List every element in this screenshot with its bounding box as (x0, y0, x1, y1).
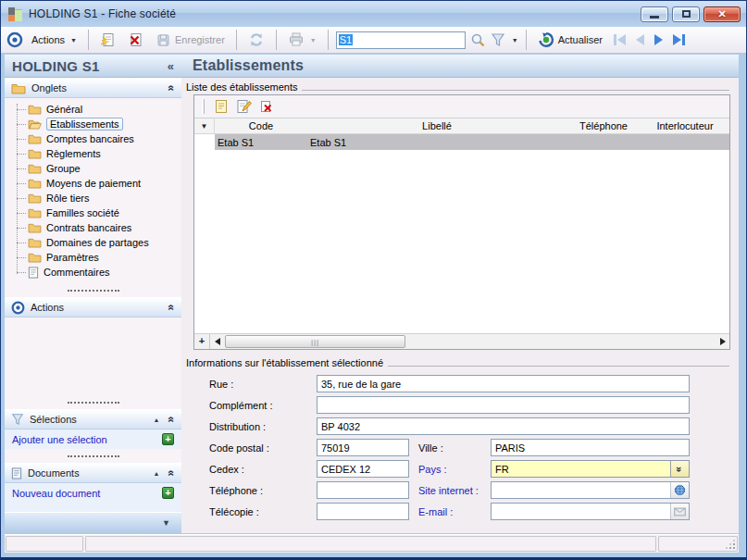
cedex-field[interactable] (317, 460, 409, 478)
table-toolbar (194, 95, 729, 118)
new-record-button[interactable] (96, 31, 119, 50)
filter-arrow-icon: ▼ (201, 122, 208, 131)
minimize-button[interactable] (641, 6, 668, 22)
next-record-button[interactable] (652, 32, 666, 47)
complement-label: Complément : (209, 400, 317, 411)
column-header-interlocuteur[interactable]: Interlocuteur (641, 118, 729, 133)
sidebar-item-reglements[interactable]: Règlements (17, 146, 181, 161)
sidebar-item-general[interactable]: Général (17, 102, 181, 117)
envelope-icon (674, 507, 686, 516)
maximize-icon (682, 10, 691, 18)
sidebar-item-etablissements[interactable]: Etablissements (17, 117, 181, 131)
sidebar-item-groupe[interactable]: Groupe (17, 161, 181, 176)
ville-field[interactable] (491, 439, 690, 456)
telecopie-field[interactable] (317, 503, 409, 520)
site-internet-label[interactable]: Site internet : (418, 485, 491, 496)
distribution-field[interactable] (317, 417, 690, 435)
splitter-handle[interactable] (68, 402, 119, 404)
search-input[interactable]: S1 (336, 31, 466, 49)
filter-icon[interactable] (491, 32, 505, 47)
splitter-handle[interactable] (68, 290, 119, 292)
search-icon[interactable] (470, 32, 486, 48)
row-selector-header[interactable]: ▼ (194, 118, 215, 133)
tab-label: Domaines de partages (46, 237, 149, 248)
add-selection-plus-button[interactable]: + (162, 433, 174, 445)
pays-label[interactable]: Pays : (418, 464, 491, 475)
delete-row-button[interactable] (259, 100, 273, 114)
section-label-selections: Sélections (30, 414, 147, 425)
ville-label: Ville : (418, 442, 491, 454)
horizontal-scrollbar: + ||| (194, 333, 729, 349)
print-button[interactable]: ▼ (284, 31, 320, 49)
refresh-button[interactable] (244, 30, 268, 50)
email-field[interactable] (492, 504, 670, 518)
sidebar-item-role-tiers[interactable]: Rôle tiers (17, 191, 181, 205)
tab-label: Commentaires (44, 267, 110, 278)
pays-dropdown-button[interactable]: » (670, 461, 689, 477)
new-row-button[interactable] (214, 99, 229, 114)
email-label[interactable]: E-mail : (418, 506, 491, 517)
last-record-icon (673, 34, 681, 45)
collapse-section-icon[interactable]: « (166, 470, 179, 477)
last-record-button[interactable] (670, 32, 688, 47)
section-header-selections[interactable]: Sélections ▲ « (5, 409, 181, 429)
pays-combo[interactable]: FR » (491, 460, 690, 478)
new-document-plus-button[interactable]: + (162, 487, 174, 499)
column-header-telephone[interactable]: Téléphone (566, 118, 641, 133)
edit-row-button[interactable] (236, 99, 252, 114)
sidebar-item-familles-societe[interactable]: Familles société (17, 205, 181, 220)
table-row[interactable]: Etab S1 Etab S1 (194, 134, 729, 150)
sidebar-bottom-bar[interactable]: ▼ (5, 512, 181, 533)
folder-icon (28, 148, 42, 159)
pin-icon[interactable]: ▲ (153, 417, 159, 423)
sidebar-item-contrats-bancaires[interactable]: Contrats bancaires (17, 220, 181, 235)
collapse-section-icon[interactable]: « (166, 85, 179, 92)
globe-icon (674, 484, 686, 496)
send-email-button[interactable] (670, 504, 689, 519)
scroll-left-button[interactable] (210, 334, 224, 349)
resize-grip[interactable] (733, 547, 735, 549)
folder-icon (28, 252, 42, 263)
complement-field[interactable] (317, 396, 690, 414)
collapse-section-icon[interactable]: « (166, 305, 179, 311)
close-button[interactable]: ✕ (703, 6, 741, 22)
splitter-handle[interactable] (68, 455, 119, 457)
folder-icon (28, 163, 42, 174)
list-group-label: Liste des établissements (186, 80, 731, 94)
section-header-documents[interactable]: Documents ▲ « (5, 463, 181, 483)
maximize-button[interactable] (672, 6, 700, 22)
new-document-link[interactable]: Nouveau document (12, 488, 100, 499)
telephone-field[interactable] (317, 481, 409, 499)
refresh-list-button[interactable]: Actualiser (534, 30, 606, 50)
section-header-onglets[interactable]: Onglets « (5, 78, 181, 98)
scroll-right-button[interactable] (716, 334, 729, 349)
folder-icon (28, 104, 42, 115)
column-header-code[interactable]: Code (215, 118, 307, 133)
sidebar-item-parametres[interactable]: Paramètres (17, 250, 181, 265)
column-header-libelle[interactable]: Libellé (307, 118, 566, 133)
sidebar-collapse-button[interactable]: « (168, 59, 174, 73)
scrollbar-thumb[interactable]: ||| (225, 335, 405, 348)
save-button[interactable]: Enregistrer (152, 31, 229, 50)
rue-field[interactable] (317, 375, 690, 392)
collapse-section-icon[interactable]: « (166, 417, 179, 423)
add-selection-link[interactable]: Ajouter une sélection (12, 434, 107, 445)
section-header-actions[interactable]: Actions « (5, 297, 181, 317)
actions-menu-button[interactable]: Actions ▼ (28, 32, 81, 47)
code-postal-field[interactable] (317, 439, 409, 456)
status-panel-right (658, 536, 738, 552)
folder-icon (28, 237, 42, 248)
sidebar-item-moyens-de-paiement[interactable]: Moyens de paiement (17, 176, 181, 191)
row-selector-cell[interactable] (194, 134, 215, 150)
open-website-button[interactable] (670, 482, 689, 498)
sidebar-item-comptes-bancaires[interactable]: Comptes bancaires (17, 131, 181, 146)
filter-dropdown-icon[interactable]: ▼ (512, 37, 518, 44)
site-internet-field[interactable] (492, 483, 670, 497)
previous-record-button[interactable] (633, 32, 647, 47)
pin-icon[interactable]: ▲ (153, 470, 159, 477)
sidebar-item-commentaires[interactable]: Commentaires (17, 265, 181, 280)
first-record-button[interactable] (611, 32, 629, 47)
delete-record-button[interactable] (124, 31, 147, 50)
add-row-button[interactable]: + (194, 334, 210, 349)
sidebar-item-domaines-de-partages[interactable]: Domaines de partages (17, 235, 181, 250)
